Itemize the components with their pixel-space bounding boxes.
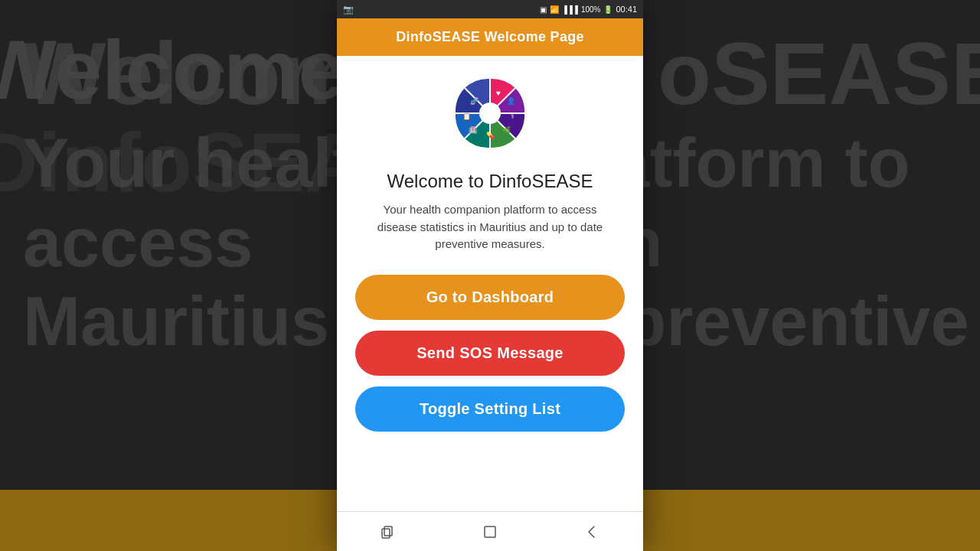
battery-percentage: 100% (581, 5, 601, 14)
app-header-title: DinfoSEASE Welcome Page (349, 29, 631, 45)
app-header: DinfoSEASE Welcome Page (337, 18, 643, 56)
svg-text:⚕: ⚕ (511, 112, 514, 120)
svg-text:♥: ♥ (496, 89, 501, 97)
svg-text:💊: 💊 (486, 131, 495, 140)
svg-text:👤: 👤 (507, 96, 516, 106)
svg-text:🏥: 🏥 (469, 126, 478, 135)
svg-text:🌿: 🌿 (502, 126, 511, 135)
svg-rect-17 (382, 529, 390, 538)
phone-frame: 📷 ▣ 📶 ▐▐▐ 100% 🔋 00:41 DinfoSEASE Welcom… (337, 0, 643, 551)
bottom-nav (337, 511, 643, 551)
welcome-title: Welcome to DinfoSEASE (387, 171, 593, 192)
camera-icon: 📷 (343, 5, 354, 15)
cast-icon: ▣ (540, 5, 547, 14)
logo-wheel-icon: ♥ 👤 ⚕ 🌿 💊 🏥 📋 🧬 (448, 71, 532, 155)
svg-rect-18 (384, 527, 392, 536)
svg-text:📋: 📋 (462, 112, 472, 121)
recent-apps-button[interactable] (377, 521, 399, 543)
status-bar-left: 📷 (343, 5, 354, 15)
toggle-button[interactable]: Toggle Setting List (355, 386, 625, 432)
svg-point-8 (479, 103, 501, 124)
svg-rect-19 (485, 527, 495, 537)
app-content: ♥ 👤 ⚕ 🌿 💊 🏥 📋 🧬 Welcome to DinfoSEASE Yo… (337, 56, 643, 511)
welcome-description: Your health companion platform to access… (375, 201, 605, 253)
status-bar-right: ▣ 📶 ▐▐▐ 100% 🔋 00:41 (540, 5, 637, 14)
svg-text:🧬: 🧬 (470, 96, 479, 106)
signal-icon: ▐▐▐ (562, 5, 578, 14)
home-button[interactable] (479, 521, 501, 543)
status-bar: 📷 ▣ 📶 ▐▐▐ 100% 🔋 00:41 (337, 0, 643, 18)
logo-container: ♥ 👤 ⚕ 🌿 💊 🏥 📋 🧬 (448, 71, 532, 155)
dashboard-button[interactable]: Go to Dashboard (355, 275, 625, 320)
sos-button[interactable]: Send SOS Message (355, 331, 625, 376)
wifi-icon: 📶 (550, 5, 559, 14)
time-display: 00:41 (616, 5, 637, 14)
battery-icon: 🔋 (603, 5, 612, 14)
back-button[interactable] (581, 521, 603, 543)
